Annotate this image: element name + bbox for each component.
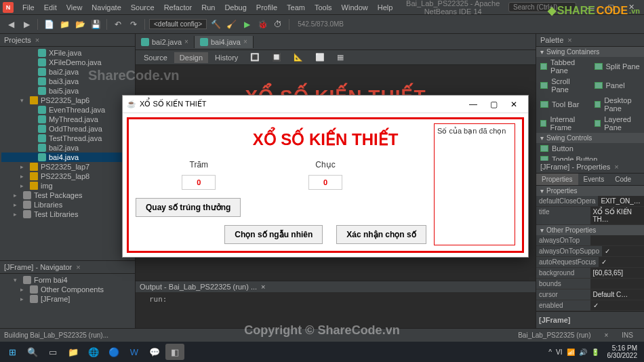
prop-tab[interactable]: Code [609,174,637,185]
netbeans-icon[interactable]: ◧ [165,344,184,360]
palette-item[interactable]: Layered Pane [590,114,645,133]
menu-edit[interactable]: Edit [39,2,62,13]
edge-icon[interactable]: 🌐 [84,344,103,360]
close-icon[interactable]: × [567,36,571,44]
tree-item[interactable]: ▸Libraries [1,200,134,209]
quay-so-button[interactable]: Quay số trúng thưởng [136,198,241,217]
prop-row[interactable]: background[60,63,65] [536,268,644,279]
palette-group[interactable]: ▾Swing Containers [536,47,644,57]
design-tool-icon[interactable]: ▦ [331,52,349,63]
menu-debug[interactable]: Debug [220,2,251,13]
profile-icon[interactable]: ⏱ [271,18,285,31]
hammer-icon[interactable]: 🔨 [209,18,222,31]
save-all-icon[interactable]: 💾 [89,18,102,31]
palette-group[interactable]: ▾Swing Controls [536,133,644,143]
tree-item[interactable]: MyThread.java [1,115,134,124]
word-icon[interactable]: W [125,344,144,360]
clock[interactable]: 5:16 PM 6/30/2022 [603,344,642,359]
config-combo[interactable]: <default config> [149,19,207,29]
close-icon[interactable]: × [35,36,39,44]
nav-item[interactable]: ▸[JFrame] [1,294,134,304]
wifi-icon[interactable]: 📶 [567,348,575,356]
tree-item[interactable]: TestThread.java [1,134,134,143]
nav-item[interactable]: ▾Form bai4 [1,275,134,285]
palette-item[interactable]: Desktop Pane [590,95,645,114]
subtab-source[interactable]: Source [138,52,173,63]
menu-run[interactable]: Run [197,2,220,13]
close-button[interactable]: ✕ [621,3,641,12]
tree-item[interactable]: bai2.java [1,67,134,77]
projects-tree[interactable]: XFile.javaXFileDemo.javabai2.javabai3.ja… [0,47,135,260]
tree-item[interactable]: ▸img [1,181,134,190]
open-icon[interactable]: 📂 [73,18,87,31]
file-tab[interactable]: bai2.java× [136,36,195,48]
prop-row[interactable]: enabled✓ [536,300,644,311]
prop-tab[interactable]: Events [578,174,610,185]
palette-item[interactable]: Button [536,143,644,154]
menu-refactor[interactable]: Refactor [159,2,197,13]
palette-item[interactable]: Tabbed Pane [536,57,590,76]
volume-icon[interactable]: 🔊 [579,348,587,356]
status-x[interactable]: × [597,331,615,339]
palette[interactable]: ▾Swing ContainersTabbed PaneSplit PaneSc… [536,47,644,161]
tree-item[interactable]: ▸PS22325_lap8 [1,172,134,181]
close-icon[interactable]: × [614,163,618,171]
menu-team[interactable]: Team [282,2,310,13]
tree-item[interactable]: bai3.java [1,77,134,86]
run-icon[interactable]: ▶ [240,18,254,31]
tree-item[interactable]: EvenThread.java [1,105,134,115]
menu-view[interactable]: View [62,2,87,13]
tree-item[interactable]: bai2.java [1,143,134,153]
tree-item[interactable]: XFileDemo.java [1,58,134,67]
xac-nhan-button[interactable]: Xác nhận chọn số [336,225,426,244]
close-icon[interactable]: × [261,283,265,291]
menu-navigate[interactable]: Navigate [87,2,125,13]
close-icon[interactable]: × [76,263,80,271]
battery-icon[interactable]: 🔋 [591,348,599,356]
prop-row[interactable]: titleXỔ SỐ KIẾN TH… [536,207,644,225]
dialog-title-bar[interactable]: ☕ XỔ SỐ KIẾN THIẾT — ▢ ✕ [123,96,528,113]
menu-help[interactable]: Help [373,2,398,13]
prop-row[interactable]: bounds [536,279,644,289]
redo-icon[interactable]: ↷ [127,18,140,31]
chon-so-ngau-nhien-button[interactable]: Chọn số ngẫu nhiên [224,225,323,244]
new-project-icon[interactable]: 📁 [58,18,71,31]
palette-item[interactable]: Internal Frame [536,114,590,133]
prop-row[interactable]: cursorDefault C… [536,289,644,300]
design-tool-icon[interactable]: 🔳 [245,52,265,63]
start-button[interactable]: ⊞ [3,344,22,360]
debug-icon[interactable]: 🐞 [256,18,269,31]
forward-icon[interactable]: ▶ [20,18,33,31]
prop-tab[interactable]: Properties [536,174,578,185]
design-tool-icon[interactable]: ⬜ [310,52,330,63]
maximize-button[interactable]: ▢ [483,100,504,109]
subtab-design[interactable]: Design [174,52,208,63]
menu-window[interactable]: Window [337,2,373,13]
chevron-up-icon[interactable]: ^ [548,348,552,356]
palette-item[interactable]: Split Pane [590,57,645,76]
nav-item[interactable]: ▸Other Components [1,285,134,294]
palette-item[interactable]: Scroll Pane [536,76,590,95]
menu-file[interactable]: File [18,2,39,13]
search-input[interactable]: Search (Ctrl+I) [508,2,576,12]
clean-icon[interactable]: 🧹 [224,18,238,31]
tree-item[interactable]: ▾PS22325_lap6 [1,96,134,105]
prop-row[interactable]: alwaysOnTop [536,235,644,246]
tree-item[interactable]: XFile.java [1,48,134,58]
design-tool-icon[interactable]: 📐 [288,52,308,63]
tree-item[interactable]: bai4.java [1,153,134,162]
prop-row[interactable]: defaultCloseOperaEXIT_ON_… [536,196,644,207]
palette-item[interactable]: Toggle Button [536,154,644,161]
back-icon[interactable]: ◀ [4,18,18,31]
subtab-history[interactable]: History [209,52,243,63]
minimize-button[interactable]: — [463,100,483,109]
maximize-button[interactable]: ▢ [601,3,621,12]
explorer-icon[interactable]: 📁 [64,344,83,360]
system-tray[interactable]: ^ VI 📶 🔊 🔋 5:16 PM 6/30/2022 [548,344,641,359]
search-icon[interactable]: 🔍 [23,344,42,360]
app-icon[interactable]: 💬 [145,344,164,360]
palette-item[interactable]: Tool Bar [536,95,590,114]
tree-item[interactable]: ▸Test Packages [1,190,134,200]
menu-tools[interactable]: Tools [310,2,337,13]
menu-source[interactable]: Source [126,2,159,13]
